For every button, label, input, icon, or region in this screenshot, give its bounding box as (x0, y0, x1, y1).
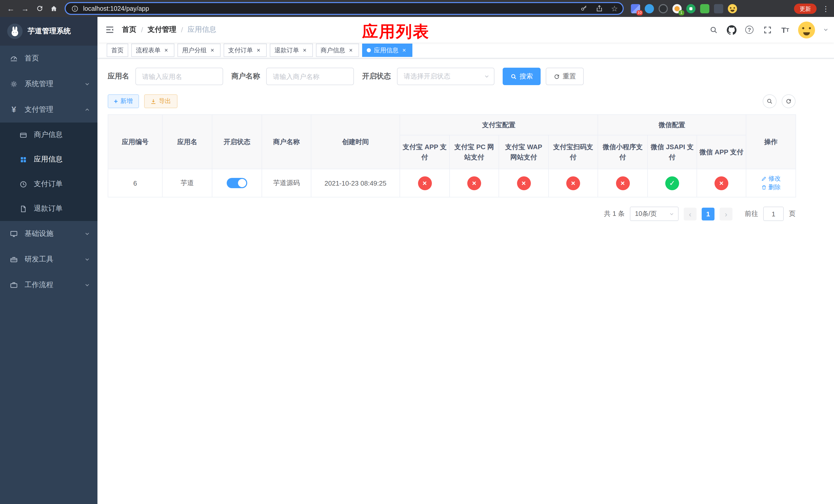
close-icon[interactable]: × (255, 47, 262, 54)
toolbox-icon (10, 255, 18, 264)
sidebar-item-pay-order[interactable]: 支付订单 (0, 172, 97, 197)
page-unit-label: 页 (789, 209, 795, 219)
status-icon-alipay-app: × (418, 176, 432, 190)
col-created: 创建时间 (311, 115, 400, 169)
refresh-icon (553, 73, 560, 80)
browser-forward-button[interactable]: → (19, 2, 32, 15)
sidebar-item-system[interactable]: 系统管理 (0, 71, 97, 97)
browser-back-button[interactable]: ← (4, 2, 18, 15)
chevron-down-icon (84, 282, 90, 288)
tab-user-group[interactable]: 用户分组 × (177, 44, 221, 57)
extension-icon-dark[interactable] (659, 4, 668, 13)
breadcrumb-payment[interactable]: 支付管理 (148, 25, 176, 35)
cell-actions: 修改 删除 (746, 169, 796, 197)
close-icon[interactable]: × (162, 47, 170, 54)
goto-page-input[interactable] (763, 207, 784, 221)
tab-process-form[interactable]: 流程表单 × (131, 44, 174, 57)
export-button[interactable]: 导出 (144, 94, 177, 108)
search-icon[interactable] (708, 25, 719, 35)
tab-home[interactable]: 首页 (107, 44, 128, 57)
tab-merchant-info[interactable]: 商户信息 × (316, 44, 359, 57)
help-icon[interactable]: ? (744, 25, 754, 35)
browser-update-button[interactable]: 更新 (794, 3, 816, 14)
close-icon[interactable]: × (209, 47, 216, 54)
breadcrumb-home[interactable]: 首页 (122, 25, 136, 35)
merchant-name-input[interactable] (266, 68, 354, 85)
status-label: 开启状态 (362, 72, 391, 81)
breadcrumb: 首页 / 支付管理 / 应用信息 (122, 25, 216, 35)
col-alipay-app: 支付宝 APP 支付 (400, 135, 449, 169)
sidebar-item-workflow[interactable]: 工作流程 (0, 272, 97, 298)
col-alipay-qr: 支付宝扫码支付 (549, 135, 598, 169)
github-icon[interactable] (726, 25, 737, 35)
main-area: 应用列表 首页 / 支付管理 / 应用信息 (97, 17, 834, 504)
tab-app-info[interactable]: 应用信息 × (362, 44, 412, 57)
close-icon[interactable]: × (347, 47, 354, 54)
enable-toggle[interactable] (227, 178, 247, 188)
fullscreen-icon[interactable] (762, 25, 772, 35)
browser-menu-icon[interactable]: ⋮ (822, 4, 830, 13)
extension-icon-badge1[interactable]: 1 (673, 4, 682, 13)
page-info-icon[interactable] (71, 3, 79, 14)
sidebar-item-infra[interactable]: 基础设施 (0, 221, 97, 247)
sidebar-item-merchant-info[interactable]: 商户信息 (0, 122, 97, 147)
browser-reload-button[interactable] (33, 2, 46, 15)
apps-table: 应用编号 应用名 开启状态 商户名称 创建时间 支付宝配置 微信配置 操作 支付… (108, 114, 796, 198)
sidebar-item-refund-order[interactable]: 退款订单 (0, 197, 97, 221)
browser-home-button[interactable] (47, 2, 61, 15)
extension-icon-green-circle[interactable] (686, 4, 696, 13)
cell-status (212, 169, 262, 197)
grid-icon (19, 155, 27, 164)
app-logo[interactable]: 芋道管理系统 (0, 17, 97, 46)
tab-pay-order[interactable]: 支付订单 × (224, 44, 267, 57)
plus-icon: + (114, 97, 118, 105)
password-key-icon[interactable] (578, 3, 589, 14)
dashboard-icon (10, 54, 18, 63)
chevron-down-icon (84, 81, 90, 87)
breadcrumb-separator: / (181, 26, 183, 34)
sidebar-toggle-button[interactable] (97, 17, 122, 43)
avatar-caret-icon[interactable] (823, 27, 829, 33)
app-window: 芋道管理系统 首页 系统管理 ¥ 支付管理 (0, 17, 834, 504)
sidebar-item-payment[interactable]: ¥ 支付管理 (0, 97, 97, 122)
extension-icon-tiles[interactable]: 10 (631, 4, 640, 13)
user-avatar[interactable] (798, 21, 815, 38)
next-page-button[interactable]: › (720, 207, 732, 220)
show-search-button[interactable] (763, 94, 776, 108)
prev-page-button[interactable]: ‹ (684, 207, 697, 220)
status-select[interactable]: 请选择开启状态 (397, 68, 495, 85)
yen-icon: ¥ (10, 106, 18, 114)
address-bar[interactable]: localhost:1024/pay/app ☆ (65, 2, 624, 15)
page-size-select[interactable]: 10条/页 (630, 207, 679, 221)
sidebar-item-app-info[interactable]: 应用信息 (0, 147, 97, 172)
app-name-input[interactable] (135, 68, 223, 85)
add-button[interactable]: + 新增 (108, 94, 139, 108)
table-row: 6 芋道 芋道源码 2021-10-23 08:49:25 × × × × × (108, 169, 796, 197)
total-count: 共 1 条 (604, 209, 625, 219)
cell-app-id: 6 (108, 169, 162, 197)
extension-icon-face[interactable] (728, 4, 737, 13)
home-icon (50, 4, 58, 13)
status-icon-alipay-qr: × (566, 176, 580, 190)
col-merchant: 商户名称 (262, 115, 311, 169)
tab-refund-order[interactable]: 退款订单 × (270, 44, 313, 57)
extension-icon-blue[interactable] (645, 4, 654, 13)
extension-icon-pin[interactable] (714, 4, 723, 13)
close-icon[interactable]: × (301, 47, 308, 54)
sidebar-item-home[interactable]: 首页 (0, 46, 97, 71)
close-icon[interactable]: × (401, 47, 408, 54)
sidebar-item-dev-tools[interactable]: 研发工具 (0, 247, 97, 272)
rabbit-logo-icon (7, 24, 23, 39)
col-wx-mini: 微信小程序支付 (598, 135, 648, 169)
current-page[interactable]: 1 (702, 207, 715, 220)
bookmark-star-icon[interactable]: ☆ (609, 3, 620, 14)
delete-link[interactable]: 删除 (761, 183, 781, 192)
font-size-icon[interactable]: TT (780, 25, 790, 35)
search-button[interactable]: 搜索 (503, 68, 541, 85)
reset-button[interactable]: 重置 (546, 68, 584, 85)
refresh-table-button[interactable] (782, 94, 795, 108)
edit-link[interactable]: 修改 (761, 174, 781, 183)
share-icon[interactable] (593, 3, 605, 14)
extension-icon-green-square[interactable] (700, 4, 709, 13)
col-alipay-wap: 支付宝 WAP 网站支付 (499, 135, 549, 169)
